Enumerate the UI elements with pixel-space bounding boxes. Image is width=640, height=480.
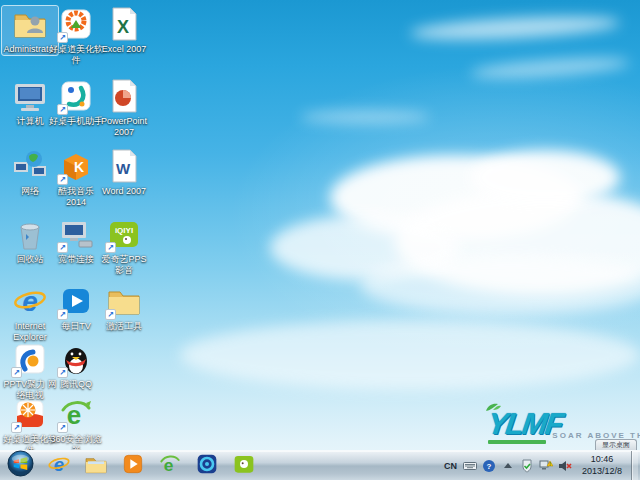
phone-assistant-icon: ↗ — [58, 78, 94, 114]
icon-label: 腾讯QQ — [60, 379, 92, 390]
shortcut-arrow-icon: ↗ — [105, 309, 116, 320]
desktop-icon-excel-2007[interactable]: X Excel 2007 — [96, 6, 152, 55]
icon-label: 激活工具 — [106, 321, 142, 332]
computer-icon — [12, 78, 48, 114]
shortcut-arrow-icon: ↗ — [57, 104, 68, 115]
desktop-icon-360-secure-browser[interactable]: e↗ 360安全浏览器 — [48, 396, 104, 456]
shortcut-arrow-icon: ↗ — [11, 367, 22, 378]
ie-small-icon: e — [47, 452, 71, 480]
pptv-icon: ↗ — [12, 341, 48, 377]
media-player-button[interactable] — [114, 452, 151, 480]
flower-icon: ↗ — [58, 6, 94, 42]
network-icon — [12, 148, 48, 184]
clock-time: 10:46 — [582, 454, 622, 465]
svg-text:?: ? — [487, 462, 492, 471]
qq-icon: ↗ — [58, 341, 94, 377]
volume-muted-icon[interactable] — [558, 458, 573, 473]
green-e-icon: e↗ — [58, 396, 94, 432]
show-hidden-icons-arrow[interactable] — [501, 458, 516, 473]
desktop-icon-word-2007[interactable]: W Word 2007 — [96, 148, 152, 197]
broadband-icon: ↗ — [58, 216, 94, 252]
shortcut-arrow-icon: ↗ — [57, 32, 68, 43]
system-tray: CN ?! 10:46 2013/12/8 — [442, 451, 640, 480]
green-e-small-icon: e — [158, 452, 182, 480]
iqiyi-small-icon — [232, 452, 256, 480]
explorer-folder-icon — [84, 452, 108, 480]
pptv-small-icon — [195, 452, 219, 480]
icon-label: PowerPoint 2007 — [96, 116, 152, 138]
action-center-icon[interactable] — [520, 458, 535, 473]
desktop-icon-powerpoint-2007[interactable]: PowerPoint 2007 — [96, 78, 152, 138]
user-folder-icon — [12, 6, 48, 42]
icon-label: 回收站 — [17, 254, 44, 265]
tv-play-icon: ↗ — [58, 283, 94, 319]
svg-text:K: K — [74, 159, 84, 175]
taskbar: ee CN ?! 10:46 2013/12/8 — [0, 450, 640, 480]
network-warning-icon[interactable]: ! — [539, 458, 554, 473]
start-button[interactable] — [0, 452, 40, 480]
svg-text:e: e — [53, 453, 63, 474]
shortcut-arrow-icon: ↗ — [57, 242, 68, 253]
start-icon — [7, 450, 34, 480]
icon-label: 计算机 — [17, 116, 44, 127]
desktop-icon-tencent-qq[interactable]: ↗ 腾讯QQ — [48, 341, 104, 390]
language-indicator[interactable]: CN — [442, 461, 459, 471]
desktop-icon-activation-tools[interactable]: ↗ 激活工具 — [96, 283, 152, 332]
powerpoint-icon — [106, 78, 142, 114]
word-icon: W — [106, 148, 142, 184]
tray-icons: ?! — [463, 458, 573, 473]
shortcut-arrow-icon: ↗ — [57, 174, 68, 185]
recycle-bin-icon — [12, 216, 48, 252]
shortcut-arrow-icon: ↗ — [57, 367, 68, 378]
ie-icon: e — [12, 283, 48, 319]
svg-text:W: W — [116, 160, 131, 177]
orange-slice-icon: ↗ — [12, 396, 48, 432]
icon-label: 爱奇艺PPS 影音 — [96, 254, 152, 276]
explorer-taskbar-button[interactable] — [77, 452, 114, 480]
excel-icon: X — [106, 6, 142, 42]
shortcut-arrow-icon: ↗ — [57, 422, 68, 433]
pptv-button[interactable] — [188, 452, 225, 480]
icon-label: Word 2007 — [102, 186, 146, 197]
svg-text:iQIYI: iQIYI — [115, 226, 133, 235]
taskbar-buttons: ee — [0, 451, 262, 480]
iqiyi-button[interactable] — [225, 452, 262, 480]
shortcut-arrow-icon: ↗ — [105, 242, 116, 253]
icon-label: 网络 — [21, 186, 39, 197]
iqiyi-icon: iQIYI↗ — [106, 216, 142, 252]
svg-text:e: e — [22, 286, 38, 317]
folder-icon: ↗ — [106, 283, 142, 319]
icon-label: 好桌手机助手 — [49, 116, 103, 127]
media-play-icon — [121, 452, 145, 480]
icon-label: 每日TV — [61, 321, 91, 332]
kuwo-icon: K↗ — [58, 148, 94, 184]
clock-date: 2013/12/8 — [582, 466, 622, 477]
desktop-icon-grid: Administrator ↗ 好桌道美化软件 X Excel 2007 计算机… — [0, 0, 640, 480]
show-desktop-button[interactable] — [631, 451, 638, 480]
ie-taskbar-button[interactable]: e — [40, 452, 77, 480]
keyboard-icon[interactable] — [463, 458, 478, 473]
icon-label: Excel 2007 — [102, 44, 147, 55]
desktop-peek-tab[interactable]: 显示桌面 — [595, 439, 637, 450]
svg-text:X: X — [117, 17, 129, 37]
shortcut-arrow-icon: ↗ — [11, 422, 22, 433]
360-browser-button[interactable]: e — [151, 452, 188, 480]
taskbar-clock[interactable]: 10:46 2013/12/8 — [577, 454, 627, 477]
shortcut-arrow-icon: ↗ — [57, 309, 68, 320]
help-icon[interactable]: ? — [482, 458, 497, 473]
icon-label: 宽带连接 — [58, 254, 94, 265]
desktop-icon-iqiyi-pps[interactable]: iQIYI↗ 爱奇艺PPS 影音 — [96, 216, 152, 276]
